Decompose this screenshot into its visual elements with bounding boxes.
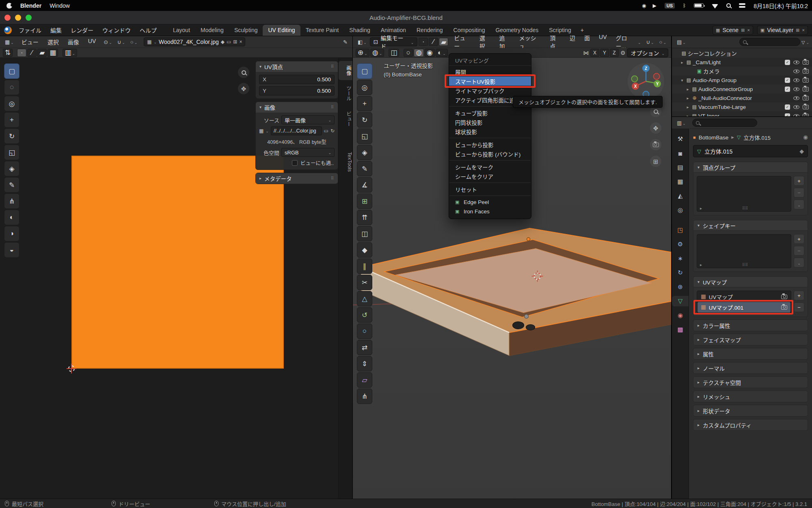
- menu-item[interactable]: ビューから投影 (バウンド): [449, 149, 531, 158]
- filter-toggle[interactable]: [700, 263, 702, 267]
- menu-item[interactable]: ヘルプ: [135, 26, 161, 34]
- navigation-gizmo[interactable]: Z Y X: [627, 63, 665, 100]
- sidebar-tab[interactable]: ツール: [339, 81, 352, 106]
- pinch-brush-tool[interactable]: ◒: [4, 242, 19, 258]
- perspective-toggle-gizmo[interactable]: [650, 156, 661, 167]
- spotlight-search-icon[interactable]: [726, 3, 731, 8]
- grab-brush-tool[interactable]: ◐: [4, 210, 19, 225]
- expand-toggle[interactable]: ▸: [685, 96, 691, 100]
- image-path-field[interactable]: //../../..../...Color.jpg: [271, 126, 322, 135]
- island-select-mode[interactable]: ▦: [48, 49, 58, 57]
- menu-item[interactable]: ライトマップパック: [449, 86, 531, 95]
- camera-view-gizmo[interactable]: [650, 139, 661, 150]
- panel-header[interactable]: メタデータ: [256, 173, 338, 184]
- search-field[interactable]: [739, 38, 800, 46]
- hide-viewport-toggle[interactable]: [793, 69, 799, 73]
- menu-item[interactable]: 展開: [449, 67, 531, 76]
- collapsed-panel-header[interactable]: カスタムプロパティ: [693, 419, 808, 431]
- editor-type-button[interactable]: [675, 37, 688, 46]
- menu-item[interactable]: 追加: [495, 34, 515, 50]
- exclude-checkbox[interactable]: [785, 78, 790, 83]
- tweak-select-tool[interactable]: ▢: [4, 63, 19, 79]
- move-tool[interactable]: +: [4, 112, 19, 128]
- rotate-tool[interactable]: ↻: [357, 112, 372, 128]
- disable-render-toggle[interactable]: [803, 78, 809, 82]
- image-datablock-icon[interactable]: [259, 128, 263, 133]
- snapping-dropdown[interactable]: [115, 37, 127, 46]
- search-field[interactable]: [692, 119, 757, 127]
- toggle-xray[interactable]: ◫: [389, 49, 399, 57]
- transform-tool[interactable]: ◈: [357, 145, 372, 160]
- outliner-row[interactable]: ▣ カメラ: [672, 67, 812, 76]
- drag-grip-icon[interactable]: [331, 65, 334, 69]
- menu-item[interactable]: キューブ投影: [449, 108, 531, 117]
- vertex-group-specials-button[interactable]: [794, 200, 804, 209]
- view-layer-tab[interactable]: ▦: [672, 176, 689, 187]
- rotate-tool[interactable]: ↻: [4, 128, 19, 144]
- outliner-row[interactable]: ▸ ⊕ _Null-AudioConnector: [672, 93, 812, 102]
- relax-brush-tool[interactable]: ◑: [4, 226, 19, 241]
- menu-item[interactable]: 選択: [43, 38, 63, 46]
- disable-render-toggle[interactable]: [803, 69, 809, 74]
- uv-vertex-field[interactable]: X0.500: [259, 75, 335, 84]
- menu-item[interactable]: UV: [594, 34, 611, 50]
- menu-item[interactable]: 球状投影: [449, 127, 531, 136]
- control-center-icon[interactable]: [739, 3, 745, 8]
- show-overlays-dropdown[interactable]: ◍: [370, 49, 384, 57]
- transform-orientation-dropdown[interactable]: グロー...: [613, 37, 643, 46]
- menu-item[interactable]: スマートUV投影: [449, 76, 531, 86]
- annotate-tool[interactable]: ✎: [357, 161, 372, 176]
- outliner-row[interactable]: ▸ ▤ AudioConnectorGroup: [672, 85, 812, 93]
- scene-tab[interactable]: ◭: [672, 191, 689, 201]
- pin-icon[interactable]: [803, 135, 808, 140]
- uv-island-selection[interactable]: [71, 156, 284, 369]
- menu-item[interactable]: ファイル: [14, 26, 46, 34]
- screen-mirroring-icon[interactable]: ◉: [642, 3, 646, 9]
- menu-item[interactable]: UV: [84, 38, 100, 46]
- collapsed-panel-header[interactable]: ノーマル: [693, 362, 808, 374]
- menu-item[interactable]: ウィンドウ: [98, 26, 135, 34]
- image-paint-icon[interactable]: [341, 37, 350, 46]
- scale-tool[interactable]: ◱: [357, 128, 372, 144]
- uv-canvas[interactable]: ▢◌◎+↻◱◈✎⋔◐◑◒ UV頂点 X0.500Y0.500 画像: [0, 58, 352, 499]
- filter-funnel-icon[interactable]: [801, 39, 805, 45]
- inset-faces-tool[interactable]: ◫: [357, 226, 372, 241]
- shading-material[interactable]: ◉: [425, 49, 435, 57]
- extrude-region-tool[interactable]: ⇈: [357, 210, 372, 225]
- hide-viewport-toggle[interactable]: [793, 87, 799, 91]
- face-select-mode[interactable]: ▰: [37, 49, 47, 57]
- menu-item[interactable]: 辺: [565, 34, 580, 50]
- panel-header[interactable]: UV頂点: [256, 61, 338, 72]
- mode-dropdown[interactable]: 編集モード: [370, 37, 417, 46]
- snapping-dropdown[interactable]: [644, 37, 656, 46]
- constraints-tab[interactable]: ⊛: [672, 282, 689, 292]
- fake-user-icon[interactable]: [799, 148, 804, 154]
- move-tool[interactable]: +: [357, 96, 372, 111]
- open-file-icon[interactable]: [324, 128, 328, 133]
- sticky-selection-dropdown[interactable]: ▥: [63, 49, 77, 57]
- exclude-checkbox[interactable]: [785, 113, 790, 117]
- mesh-name-field[interactable]: 立方体.015: [693, 145, 808, 157]
- shape-keys-list[interactable]: [697, 234, 791, 268]
- outliner-row[interactable]: ▸ ▤ _Cam/Light: [672, 58, 812, 67]
- pan-hand-gizmo[interactable]: [238, 83, 249, 94]
- menu-item[interactable]: 画像: [63, 38, 84, 46]
- edge-select-mode[interactable]: ∕: [27, 49, 37, 57]
- expand-toggle[interactable]: ▸: [685, 114, 691, 117]
- menu-item[interactable]: シームをクリア: [449, 172, 531, 181]
- select-circle-tool[interactable]: ◌: [4, 80, 19, 95]
- outliner-row[interactable]: ▤ シーンコレクション: [672, 49, 812, 58]
- new-scene-button[interactable]: [741, 28, 745, 33]
- image-selector[interactable]: Wood027_4K_Color.jpg: [144, 37, 245, 46]
- uv-sync-toggle[interactable]: ⇅: [3, 49, 13, 57]
- exclude-checkbox[interactable]: [785, 104, 790, 110]
- rip-region-tool[interactable]: ⋔: [4, 193, 19, 209]
- disable-render-toggle[interactable]: [803, 114, 809, 117]
- menu-item[interactable]: 選択: [475, 34, 495, 50]
- panel-header[interactable]: シェイプキー: [693, 220, 808, 231]
- collapsed-panel-header[interactable]: テクスチャ空間: [693, 376, 808, 388]
- smooth-tool[interactable]: ○: [357, 323, 372, 339]
- collapsed-panel-header[interactable]: リメッシュ: [693, 391, 808, 402]
- open-image-icon[interactable]: [227, 39, 231, 44]
- mirror-axis-toggle[interactable]: X: [590, 49, 599, 57]
